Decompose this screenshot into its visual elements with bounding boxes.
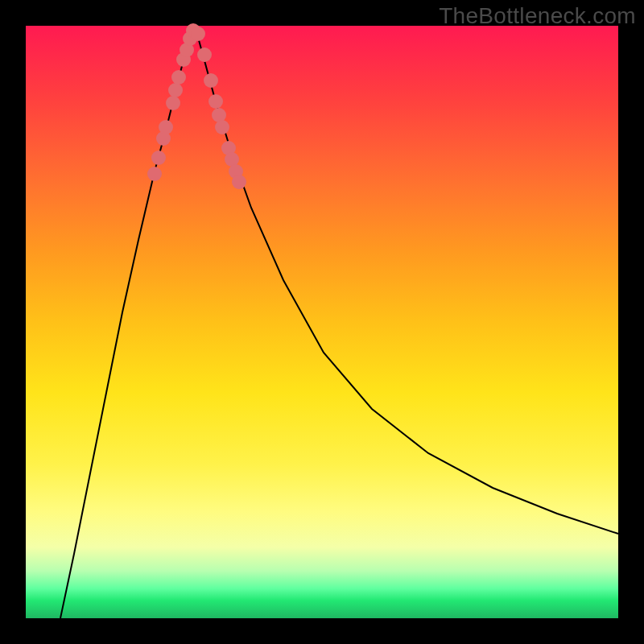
marker-dot: [215, 120, 229, 134]
left-curve: [60, 26, 195, 618]
marker-dot: [204, 73, 218, 88]
marker-dot: [168, 83, 183, 97]
curves-svg: [26, 26, 618, 618]
watermark-text: TheBottleneck.com: [439, 3, 636, 29]
marker-dot: [191, 27, 205, 41]
marker-dot: [171, 70, 186, 85]
marker-dot: [208, 94, 223, 109]
marker-dot: [166, 96, 180, 110]
marker-dot: [232, 175, 246, 189]
right-curve: [195, 26, 618, 534]
scatter-markers: [147, 23, 246, 189]
marker-dot: [151, 151, 166, 165]
marker-dot: [147, 167, 162, 181]
marker-dot: [159, 120, 173, 134]
plot-area: [26, 26, 618, 618]
marker-dot: [197, 47, 212, 62]
chart-frame: TheBottleneck.com: [0, 0, 644, 644]
